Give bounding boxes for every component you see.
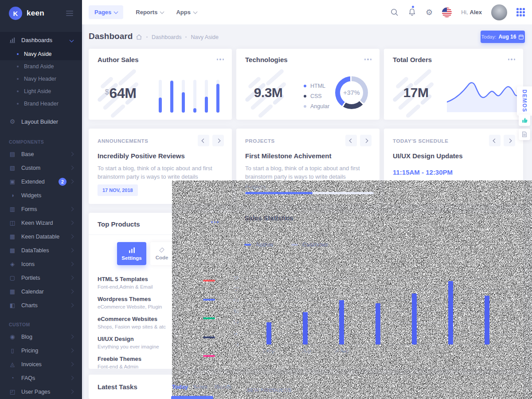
next-button[interactable] — [504, 135, 515, 146]
quick-panel-grid-icon[interactable] — [516, 8, 525, 16]
product-list-item[interactable]: Wordpress Themes eCommerce Website, Plug… — [98, 296, 168, 310]
bullet-dot-icon — [17, 78, 19, 80]
more-menu-icon[interactable] — [364, 56, 372, 60]
sidebar-scrollbar[interactable] — [82, 24, 84, 399]
today-date-button[interactable]: Today: Aug 16 — [481, 31, 525, 43]
chevron-right-icon — [70, 152, 74, 156]
next-button[interactable] — [360, 135, 372, 146]
sidebar-item-portlets[interactable]: ▢ Portlets — [0, 271, 82, 285]
card-title: Technologies — [245, 56, 288, 63]
sidebar-item-dashboards[interactable]: Dashboards — [0, 32, 82, 48]
dashboards-submenu: Navy Aside Brand Aside Navy Header Light… — [0, 48, 82, 110]
sidebar-item-calendar[interactable]: ▦ Calendar — [0, 285, 82, 298]
bar-series-author — [339, 300, 344, 344]
chevron-right-icon — [70, 262, 74, 266]
tasks-filter-week[interactable]: Week — [193, 384, 207, 390]
legend-customer-label: Customer — [302, 242, 328, 248]
settings-gear-icon[interactable]: ⚙ — [426, 8, 433, 16]
demos-tab[interactable]: DEMOS — [517, 86, 532, 116]
sidebar-item-keen-wizard[interactable]: ◫ Keen Wizard — [0, 216, 82, 230]
notifications-bell-icon[interactable] — [408, 8, 416, 16]
sidebar-item-layout-builder[interactable]: ⚙ Layout Builder — [0, 113, 82, 129]
top-products-card: Top Products Settings Code HTML 5 Templa… — [89, 213, 173, 369]
chevron-right-icon — [216, 138, 220, 143]
sidebar-item-custom[interactable]: ▧ Custom — [0, 161, 82, 175]
sidebar-item-brand-aside[interactable]: Brand Aside — [0, 60, 82, 73]
keen-logo-icon[interactable]: K — [9, 7, 22, 20]
widget-label: ANNOUNCEMENTS — [98, 138, 149, 144]
mini-bar — [170, 80, 173, 113]
date-badge: 17 NOV, 2018 — [98, 184, 138, 196]
tasks-filter-today[interactable]: Today — [172, 384, 188, 390]
settings-button[interactable]: Settings — [117, 242, 146, 265]
prev-button[interactable] — [198, 135, 209, 146]
sidebar-item-faqs[interactable]: ◔ FAQs — [0, 371, 82, 385]
nav-reports[interactable]: Reports — [136, 9, 164, 16]
more-menu-icon[interactable] — [508, 56, 516, 60]
more-menu-icon[interactable] — [217, 56, 224, 60]
sidebar-item-datatables[interactable]: ▩ DataTables — [0, 243, 82, 257]
sidebar-item-extended[interactable]: ▣ Extended 2 — [0, 175, 82, 188]
nav-pages[interactable]: Pages — [89, 5, 123, 19]
more-menu-icon[interactable] — [211, 221, 219, 223]
page-title: Dashboard — [89, 31, 133, 41]
next-button[interactable] — [212, 135, 224, 146]
sidebar-item-brand-header[interactable]: Brand Header — [0, 98, 82, 110]
y-axis-tick: 60 — [225, 275, 239, 281]
sidebar-toggle-icon[interactable] — [66, 11, 73, 16]
product-list-item[interactable]: HTML 5 Templates Font-end,Admin & Email — [98, 276, 168, 290]
sidebar-item-navy-header[interactable]: Navy Header — [0, 73, 82, 85]
y-axis-tick: 30 — [225, 309, 239, 314]
sidebar-item-invoices[interactable]: ◬ Invoices — [0, 357, 82, 371]
card-header: Top Products — [89, 213, 173, 235]
latest-tasks-card: Latest Tasks — [89, 375, 173, 399]
datatable-icon: ▦ — [9, 233, 16, 240]
nav-apps[interactable]: Apps — [176, 9, 197, 16]
chart-icon: ◧ — [9, 302, 16, 309]
sidebar-item-charts[interactable]: ◧ Charts — [0, 298, 82, 312]
sidebar-item-icons[interactable]: ◈ Icons — [0, 257, 82, 271]
sidebar-item-blog[interactable]: ◉ Blog — [0, 330, 82, 344]
sidebar-item-light-aside[interactable]: Light Aside — [0, 85, 82, 98]
x-axis-label: 1 Aug — [255, 348, 282, 353]
series-mark-dash — [203, 280, 215, 282]
sidebar-item-pricing[interactable]: ▯ Pricing — [0, 344, 82, 357]
code-button[interactable]: Code — [150, 242, 173, 265]
rocket-icon: ▧ — [9, 164, 16, 171]
user-name: Alex — [470, 9, 482, 16]
breadcrumb-dashboards[interactable]: Dashboards — [152, 34, 181, 40]
documentation-icon[interactable] — [519, 129, 530, 140]
tasks-filter-month[interactable]: Month — [215, 384, 231, 390]
bullet-dot-icon — [17, 103, 19, 105]
brand-name: keen — [27, 9, 44, 18]
product-list-item[interactable]: eCommerce Websites Shops, Fasion wep sit… — [98, 316, 168, 330]
home-icon[interactable] — [136, 34, 142, 40]
sidebar-item-user-pages[interactable]: ◰ User Pages — [0, 385, 82, 399]
chevron-right-icon — [70, 248, 74, 253]
purchase-thumbs-up-icon[interactable] — [519, 114, 530, 126]
bullet-dot-icon — [17, 53, 19, 55]
legend-item-css: CSS — [304, 91, 329, 101]
prev-button[interactable] — [345, 135, 357, 146]
prev-button[interactable] — [489, 135, 501, 146]
search-icon[interactable] — [390, 8, 399, 16]
sidebar-item-widgets[interactable]: ◑ Widgets — [0, 188, 82, 202]
chevron-right-icon — [70, 221, 74, 225]
sidebar-item-keen-datatable[interactable]: ▦ Keen Datatable — [0, 230, 82, 243]
gridline — [243, 344, 514, 345]
breadcrumb-navy-aside[interactable]: Navy Aside — [191, 34, 219, 40]
gear-icon: ⚙ — [9, 118, 16, 125]
sidebar-item-base[interactable]: ▤ Base — [0, 147, 82, 161]
user-avatar[interactable] — [491, 4, 507, 20]
chevron-right-icon — [70, 335, 74, 339]
sidebar-item-forms[interactable]: ▥ Forms — [0, 202, 82, 216]
schedule-heading: UI/UX Design Updates — [393, 152, 463, 160]
language-flag-icon[interactable] — [442, 8, 452, 17]
sidebar-item-navy-aside[interactable]: Navy Aside — [0, 48, 82, 60]
product-list-item[interactable]: UI/UX Design Evrything you ever imagine — [98, 336, 168, 350]
chevron-right-icon — [70, 235, 74, 239]
gridline — [243, 300, 514, 301]
product-list-item[interactable]: Freebie Themes Font-end & Admin — [98, 356, 168, 370]
bullet-dot-icon — [17, 66, 19, 67]
mini-bar — [216, 80, 219, 113]
